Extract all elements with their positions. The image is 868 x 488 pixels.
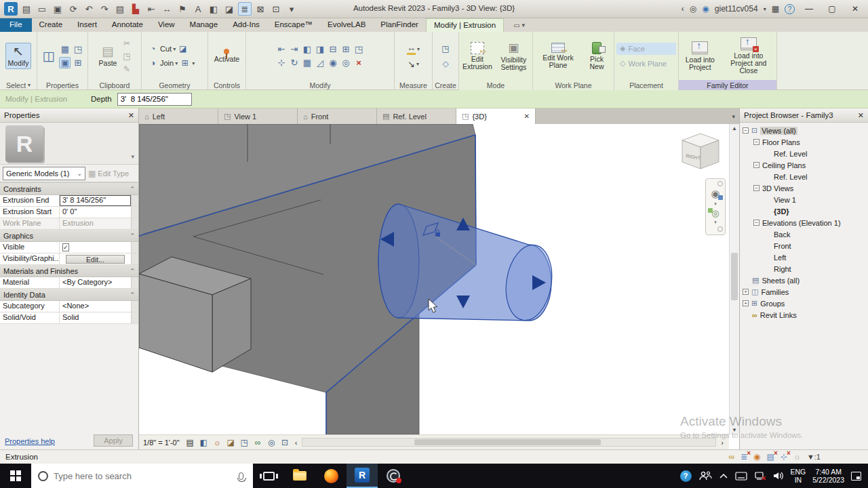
- unpin-element-icon[interactable]: ◎: [342, 58, 349, 68]
- file-explorer-button[interactable]: [284, 464, 315, 488]
- collapse-box[interactable]: −: [753, 220, 760, 226]
- customize-qat-icon[interactable]: ▾: [285, 2, 298, 16]
- tab-create[interactable]: Create: [32, 18, 71, 32]
- properties-palette-icon[interactable]: ▣: [59, 57, 71, 68]
- chevron-down-icon[interactable]: ▾: [714, 201, 717, 207]
- trim-extend-icon[interactable]: ⊞: [342, 44, 350, 54]
- pin-element-icon[interactable]: ◉: [329, 58, 336, 68]
- param-row-visibility-overrides[interactable]: Visibility/Graphi...Edit...: [0, 253, 138, 265]
- measure-icon[interactable]: ⇤: [144, 2, 158, 16]
- network-icon[interactable]: [754, 471, 766, 481]
- people-icon[interactable]: [698, 470, 712, 482]
- create-similar-icon[interactable]: ◇: [440, 58, 452, 69]
- param-row-extrusion-end[interactable]: Extrusion End3' 8 145/256": [0, 195, 138, 207]
- firefox-button[interactable]: [315, 464, 347, 488]
- revit-taskbar-button[interactable]: R: [347, 464, 378, 488]
- visibility-settings-button[interactable]: ▣ Visibility Settings: [496, 39, 531, 73]
- align-icon[interactable]: ⇤: [278, 44, 285, 54]
- worksets-status-icon[interactable]: ≣: [741, 452, 747, 462]
- tree-item-revit-links[interactable]: ∞Revit Links: [740, 309, 868, 321]
- tree-item-groups[interactable]: +⊞Groups: [740, 298, 868, 309]
- chevron-down-icon[interactable]: ▾: [131, 153, 134, 160]
- tree-item-right[interactable]: Right: [740, 263, 868, 274]
- tree-item-ref-level[interactable]: Ref. Level: [740, 148, 868, 159]
- tree-item-families[interactable]: +◫Families: [740, 286, 868, 298]
- selection-filter-icon[interactable]: ▼:1: [807, 453, 821, 461]
- visibility-edit-button[interactable]: Edit...: [66, 255, 125, 264]
- tab-modify-extrusion[interactable]: Modify | Extrusion: [426, 18, 504, 32]
- aligned-dimension-button[interactable]: ↘▾: [408, 59, 419, 69]
- type-preview[interactable]: R ▾: [0, 123, 138, 165]
- rotate-icon[interactable]: ↻: [291, 58, 298, 68]
- tab-manage[interactable]: Manage: [182, 18, 226, 32]
- tab-file[interactable]: File: [0, 18, 32, 32]
- param-row-extrusion-start[interactable]: Extrusion Start0' 0": [0, 207, 138, 218]
- navbar-options-icon[interactable]: [717, 181, 723, 186]
- cut-to-clipboard-icon[interactable]: ✂: [121, 38, 132, 49]
- split-face-icon[interactable]: ⊞: [179, 58, 191, 68]
- tree-item-back[interactable]: Back: [740, 228, 868, 240]
- export-pdf-icon[interactable]: ▙: [129, 2, 142, 16]
- reveal-hidden-elements-icon[interactable]: ◎: [267, 438, 277, 447]
- background-processes-icon[interactable]: ☼: [793, 452, 801, 462]
- scale-icon[interactable]: ◿: [317, 58, 323, 68]
- search-icon[interactable]: ◎: [690, 4, 696, 14]
- cut-geometry-button[interactable]: ◔Cut▾◪: [147, 43, 189, 54]
- account-icon[interactable]: ◉: [702, 4, 709, 14]
- type-properties-icon[interactable]: ⊞: [75, 58, 82, 68]
- expand-box[interactable]: +: [743, 300, 749, 306]
- view-tab-left[interactable]: ⌂Left: [139, 108, 218, 124]
- tree-item-3d-views[interactable]: −3D Views: [740, 182, 868, 194]
- task-view-button[interactable]: [253, 464, 284, 488]
- show-rendering-dialog-icon[interactable]: ◳: [239, 438, 250, 447]
- type-selector[interactable]: Generic Models (1) ⌄: [3, 167, 85, 180]
- action-center-icon[interactable]: [851, 472, 861, 481]
- revit-app-icon[interactable]: R: [4, 2, 18, 16]
- press-drag-icon[interactable]: ⊹: [781, 452, 787, 462]
- minimize-button[interactable]: —: [800, 4, 818, 14]
- family-category-icon[interactable]: ◳: [74, 44, 82, 54]
- properties-help-link[interactable]: Properties help: [5, 437, 55, 445]
- vertical-scrollbar[interactable]: ▲ ▼: [729, 124, 739, 434]
- scroll-up-icon[interactable]: ▲: [732, 125, 737, 131]
- ui-views-icon[interactable]: ▤: [20, 2, 33, 16]
- tree-item-left[interactable]: Left: [740, 251, 868, 263]
- collapse-box[interactable]: −: [753, 185, 760, 191]
- join-geometry-button[interactable]: ◑Join▾⊞▾: [147, 58, 195, 68]
- view-tab-3d[interactable]: ◳{3D}✕: [456, 108, 536, 124]
- thin-lines-icon[interactable]: ≣: [238, 2, 252, 16]
- array-icon[interactable]: ▦: [303, 58, 311, 68]
- tab-planfinder[interactable]: PlanFinder: [373, 18, 426, 32]
- tab-annotate[interactable]: Annotate: [104, 18, 151, 32]
- edit-extrusion-button[interactable]: ✏ Edit Extrusion: [460, 41, 494, 72]
- sync-icon[interactable]: ⟳: [66, 2, 80, 16]
- tab-enscape[interactable]: Enscape™: [267, 18, 320, 32]
- close-view-icon[interactable]: ✕: [524, 113, 530, 120]
- family-types-icon[interactable]: ▦: [61, 44, 69, 54]
- switch-windows-icon[interactable]: ⊡: [269, 2, 283, 16]
- redo-icon[interactable]: ↷: [98, 2, 111, 16]
- microphone-icon[interactable]: [239, 472, 243, 480]
- associate-parameter-cell[interactable]: [131, 312, 138, 323]
- collapse-box[interactable]: −: [753, 139, 760, 145]
- tab-add-ins[interactable]: Add-Ins: [225, 18, 267, 32]
- detail-level-icon[interactable]: ▤: [185, 438, 195, 447]
- paste-button[interactable]: ▤ Paste: [97, 43, 119, 68]
- horizontal-scrollbar[interactable]: [302, 438, 716, 447]
- section-identity-data[interactable]: Identity Data⌃: [0, 289, 138, 301]
- text-icon[interactable]: A: [191, 2, 205, 16]
- scroll-left-icon[interactable]: ‹: [294, 439, 299, 447]
- param-row-visible[interactable]: Visible✓: [0, 242, 138, 253]
- steering-wheel-icon[interactable]: ◉: [711, 188, 719, 200]
- activate-controls-button[interactable]: Activate: [212, 47, 241, 64]
- match-type-icon[interactable]: ✎: [121, 64, 132, 75]
- tree-item-ref-level[interactable]: Ref. Level: [740, 171, 868, 182]
- small-box-solid[interactable]: [139, 257, 251, 372]
- associate-parameter-cell[interactable]: [131, 242, 138, 253]
- exclude-options-icon[interactable]: ▤: [767, 452, 774, 462]
- temporary-hide-isolate-icon[interactable]: ∞: [253, 438, 263, 447]
- view-tab-view1[interactable]: ◳View 1: [218, 108, 298, 124]
- aligned-dimension-icon[interactable]: ↔: [160, 2, 174, 16]
- taskbar-search[interactable]: [31, 464, 253, 488]
- undo-icon[interactable]: ↶: [82, 2, 96, 16]
